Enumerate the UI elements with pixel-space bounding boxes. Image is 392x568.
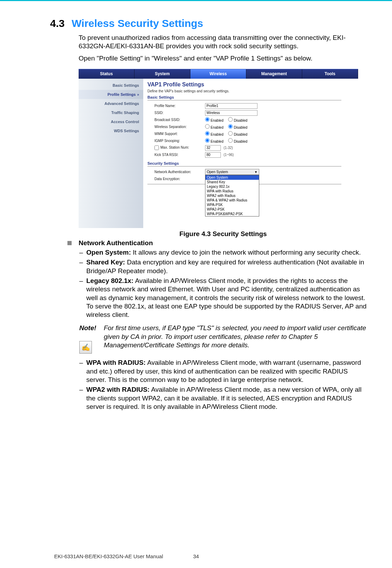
- broadcast-disabled[interactable]: Disabled: [228, 117, 247, 122]
- bullet-title: Network Authentication: [79, 239, 153, 247]
- maxsta-input[interactable]: [205, 145, 221, 151]
- screenshot: Status System Wireless Management Tools …: [79, 69, 358, 228]
- label-profile: Profile Name:: [154, 104, 205, 108]
- sep-disabled[interactable]: Disabled: [228, 124, 247, 129]
- shared-name: Shared Key:: [86, 258, 125, 266]
- label-igmp: IGMP Snooping:: [154, 139, 205, 143]
- legacy-name: Legacy 802.1x:: [86, 277, 133, 284]
- note-label: Note!: [79, 324, 104, 332]
- footer-manual: EKI-6331AN-BE/EKI-6332GN-AE User Manual: [54, 553, 163, 559]
- panel-title: VAP1 Profile Settings: [147, 81, 358, 88]
- note-icon: ✍: [79, 341, 92, 354]
- opt-wpa2psk[interactable]: WPA2-PSK: [205, 207, 259, 212]
- tab-management[interactable]: Management: [246, 69, 302, 79]
- chevron-right-icon: »: [137, 93, 139, 97]
- wpa2-name: WPA2 with RADIUS:: [86, 386, 150, 393]
- label-kick: Kick STA RSSI:: [154, 153, 205, 157]
- shared-text: Data encryption and key are required for…: [86, 258, 364, 274]
- open-text: It allows any device to join the network…: [131, 249, 361, 256]
- label-wmm: WMM Support:: [154, 132, 205, 136]
- maxsta-hint: (1-32): [224, 146, 233, 150]
- kick-input[interactable]: [205, 152, 221, 158]
- label-maxsta: Max. Station Num:: [160, 146, 189, 150]
- profile-name-input[interactable]: [205, 103, 257, 109]
- intro-p2: Open "Profile Setting" in "Wireless" and…: [79, 54, 368, 63]
- kick-hint: (1~96): [224, 153, 234, 157]
- auth-select[interactable]: Open System▼: [205, 169, 259, 175]
- sidebar-profile[interactable]: Profile Settings»: [79, 90, 143, 99]
- sidebar-wds[interactable]: WDS Settings: [79, 126, 143, 135]
- tab-system[interactable]: System: [135, 69, 190, 79]
- label-enc: Data Encryption:: [154, 177, 205, 181]
- tab-wireless[interactable]: Wireless: [190, 69, 246, 79]
- figure-caption: Figure 4.3 Security Settings: [79, 230, 368, 238]
- wpa-name: WPA with RADIUS:: [86, 359, 146, 366]
- igmp-disabled[interactable]: Disabled: [228, 138, 247, 143]
- sidebar-access[interactable]: Access Control: [79, 117, 143, 126]
- label-ssid: SSID:: [154, 111, 205, 115]
- security-settings-header: Security Settings: [147, 161, 341, 166]
- broadcast-enabled[interactable]: Enabled: [205, 117, 223, 122]
- ssid-input[interactable]: [205, 110, 257, 116]
- sidebar: Basic Settings Profile Settings» Advance…: [79, 79, 143, 228]
- section-number: 4.3: [24, 17, 72, 29]
- bullet-square-icon: [67, 241, 72, 245]
- note-text: For first time users, if EAP type "TLS" …: [104, 324, 368, 354]
- tab-status[interactable]: Status: [79, 69, 135, 79]
- sidebar-basic[interactable]: Basic Settings: [79, 81, 143, 90]
- open-name: Open System:: [86, 249, 131, 256]
- opt-wpawpa2[interactable]: WPA & WPA2 with Radius: [205, 198, 259, 203]
- igmp-enabled[interactable]: Enabled: [205, 138, 223, 143]
- label-sep: Wireless Separation:: [154, 125, 205, 129]
- wmm-disabled[interactable]: Disabled: [228, 131, 247, 136]
- auth-dropdown[interactable]: Open System Shared Key Legacy 802.1x WPA…: [205, 175, 259, 216]
- basic-settings-header: Basic Settings: [147, 95, 341, 100]
- opt-legacy[interactable]: Legacy 802.1x: [205, 184, 259, 189]
- chevron-down-icon: ▼: [254, 170, 257, 174]
- label-auth: Network Authentication:: [154, 170, 205, 174]
- opt-wpapskwpa2psk[interactable]: WPA-PSK&WPA2-PSK: [205, 212, 259, 216]
- panel-subtitle: Define the VAP's basic settings and secu…: [147, 89, 358, 93]
- tab-tools[interactable]: Tools: [302, 69, 358, 79]
- opt-wpapsk[interactable]: WPA-PSK: [205, 203, 259, 207]
- opt-shared[interactable]: Shared Key: [205, 180, 259, 184]
- sidebar-traffic[interactable]: Traffic Shaping: [79, 108, 143, 117]
- intro-p1: To prevent unauthorized radios from acce…: [79, 34, 368, 51]
- opt-wpa2[interactable]: WPA2 with Radius: [205, 193, 259, 198]
- page-footer: EKI-6331AN-BE/EKI-6332GN-AE User Manual …: [0, 553, 392, 559]
- maxsta-checkbox[interactable]: [154, 145, 159, 150]
- wmm-enabled[interactable]: Enabled: [205, 131, 223, 136]
- footer-page: 34: [193, 553, 199, 559]
- opt-wpa[interactable]: WPA with Radius: [205, 189, 259, 193]
- top-tabbar: Status System Wireless Management Tools: [79, 69, 358, 79]
- sidebar-advanced[interactable]: Advanced Settings: [79, 99, 143, 108]
- opt-open[interactable]: Open System: [205, 175, 259, 180]
- sep-enabled[interactable]: Enabled: [205, 124, 223, 129]
- section-title: Wireless Security Settings: [72, 17, 203, 29]
- label-broadcast: Broadcast SSID:: [154, 118, 205, 122]
